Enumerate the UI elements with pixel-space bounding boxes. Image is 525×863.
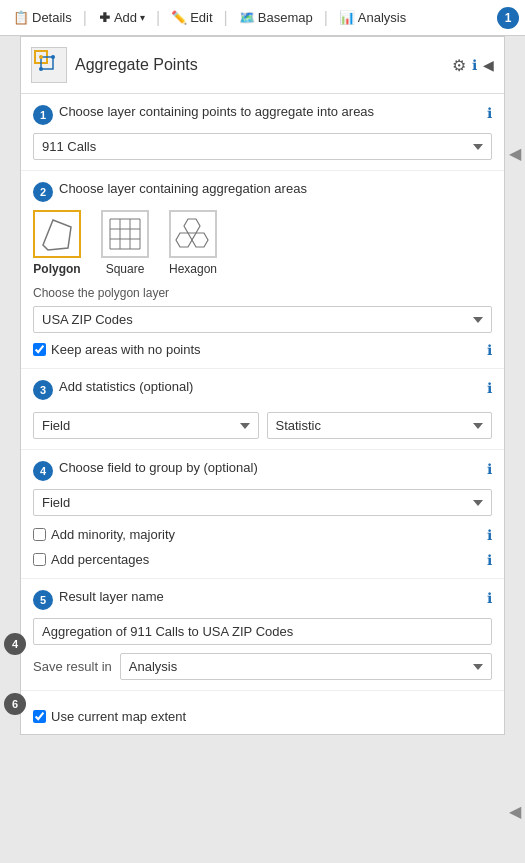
keep-areas-checkbox[interactable] (33, 343, 46, 356)
minority-checkbox[interactable] (33, 528, 46, 541)
gear-icon[interactable]: ⚙ (452, 56, 466, 75)
edit-label: Edit (190, 10, 212, 25)
step3-dropdowns: Field Statistic (33, 408, 492, 439)
step6-section: Use current map extent (21, 691, 504, 734)
sep-3: | (224, 9, 228, 27)
step3-info-icon[interactable]: ℹ (487, 380, 492, 396)
svg-marker-16 (192, 233, 208, 247)
toolbar-add[interactable]: 🞤 Add ▾ (91, 7, 152, 28)
square-icon-box (101, 210, 149, 258)
step4-badge: 4 (33, 461, 53, 481)
aggregate-points-panel: Aggregate Points ⚙ ℹ ◀ 1 Choose layer co… (20, 36, 505, 735)
toolbar-analysis[interactable]: 📊 Analysis (332, 7, 413, 28)
area-type-polygon[interactable]: Polygon (33, 210, 81, 276)
add-label: Add (114, 10, 137, 25)
step1-badge: 1 (33, 105, 53, 125)
hexagon-icon-box (169, 210, 217, 258)
minority-label: Add minority, majority (51, 527, 175, 542)
toolbar: 📋 Details | 🞤 Add ▾ | ✏️ Edit | 🗺️ Basem… (0, 0, 525, 36)
square-label: Square (106, 262, 145, 276)
hexagon-label: Hexagon (169, 262, 217, 276)
save-row: Save result in Analysis (33, 653, 492, 680)
result-name-input[interactable] (33, 618, 492, 645)
add-icon: 🞤 (98, 10, 111, 25)
step5-badge: 5 (33, 590, 53, 610)
step2-polygon-dropdown-wrap: USA ZIP Codes (33, 306, 492, 333)
area-type-hexagon[interactable]: Hexagon (169, 210, 217, 276)
sep-2: | (156, 9, 160, 27)
svg-marker-14 (184, 219, 200, 233)
analysis-icon: 📊 (339, 10, 355, 25)
step1-dropdown-wrap: 911 Calls (33, 133, 492, 160)
step2-label-row: 2 Choose layer containing aggregation ar… (33, 181, 492, 202)
save-in-label: Save result in (33, 659, 112, 674)
step1-section: 1 Choose layer containing points to aggr… (21, 94, 504, 171)
toolbar-details[interactable]: 📋 Details (6, 7, 79, 28)
step2-section: 2 Choose layer containing aggregation ar… (21, 171, 504, 369)
use-extent-label: Use current map extent (51, 709, 186, 724)
polygon-icon-box (33, 210, 81, 258)
step2-polygon-dropdown[interactable]: USA ZIP Codes (33, 306, 492, 333)
step5-section: 5 Result layer name ℹ Save result in Ana… (21, 579, 504, 691)
edit-icon: ✏️ (171, 10, 187, 25)
svg-point-2 (39, 55, 43, 59)
step3-field-dropdown[interactable]: Field (33, 412, 259, 439)
step4-title: Choose field to group by (optional) (59, 460, 481, 477)
save-in-dropdown-wrap: Analysis (120, 653, 492, 680)
percentages-info-icon[interactable]: ℹ (487, 552, 492, 568)
step3-title: Add statistics (optional) (59, 379, 481, 396)
percentages-checkbox[interactable] (33, 553, 46, 566)
step3-field-wrap: Field (33, 412, 259, 439)
outer-badge-4: 4 (4, 633, 26, 655)
percentages-label: Add percentages (51, 552, 149, 567)
basemap-label: Basemap (258, 10, 313, 25)
step1-label-row: 1 Choose layer containing points to aggr… (33, 104, 492, 125)
minority-info-icon[interactable]: ℹ (487, 527, 492, 543)
add-dropdown-icon: ▾ (140, 12, 145, 23)
details-label: Details (32, 10, 72, 25)
panel-header-actions: ⚙ ℹ ◀ (452, 56, 494, 75)
step4-section: 4 Choose field to group by (optional) ℹ … (21, 450, 504, 579)
panel-title: Aggregate Points (75, 56, 444, 74)
keep-areas-row: Keep areas with no points ℹ (33, 341, 492, 358)
step5-title: Result layer name (59, 589, 481, 606)
area-type-square[interactable]: Square (101, 210, 149, 276)
info-icon-header[interactable]: ℹ (472, 57, 477, 73)
step3-badge: 3 (33, 380, 53, 400)
area-type-group: Polygon (33, 210, 492, 276)
use-extent-checkbox[interactable] (33, 710, 46, 723)
sep-1: | (83, 9, 87, 27)
analysis-label: Analysis (358, 10, 406, 25)
svg-marker-15 (176, 233, 192, 247)
panel-header: Aggregate Points ⚙ ℹ ◀ (21, 37, 504, 94)
step5-info-icon[interactable]: ℹ (487, 590, 492, 606)
details-icon: 📋 (13, 10, 29, 25)
choose-polygon-prompt: Choose the polygon layer (33, 286, 492, 300)
step3-statistic-dropdown[interactable]: Statistic (267, 412, 493, 439)
keep-areas-info-icon[interactable]: ℹ (487, 342, 492, 358)
back-icon[interactable]: ◀ (483, 57, 494, 73)
step2-badge: 2 (33, 182, 53, 202)
svg-point-4 (39, 67, 43, 71)
use-extent-row: Use current map extent (33, 709, 492, 724)
arrow-annotation-1: ◀ (509, 144, 521, 163)
toolbar-edit[interactable]: ✏️ Edit (164, 7, 219, 28)
step3-statistic-wrap: Statistic (267, 412, 493, 439)
step4-field-dropdown[interactable]: Field (33, 489, 492, 516)
outer-badge-6: 6 (4, 693, 26, 715)
step1-layer-dropdown[interactable]: 911 Calls (33, 133, 492, 160)
step3-section: 3 Add statistics (optional) ℹ Field Stat… (21, 369, 504, 450)
panel-tool-icon (31, 47, 67, 83)
percentages-row: Add percentages ℹ (33, 551, 492, 568)
step3-label-row: 3 Add statistics (optional) ℹ (33, 379, 492, 400)
step4-info-icon[interactable]: ℹ (487, 461, 492, 477)
basemap-icon: 🗺️ (239, 10, 255, 25)
save-in-dropdown[interactable]: Analysis (120, 653, 492, 680)
step4-label-row: 4 Choose field to group by (optional) ℹ (33, 460, 492, 481)
step1-title: Choose layer containing points to aggreg… (59, 104, 481, 121)
toolbar-circle-badge[interactable]: 1 (497, 7, 519, 29)
step1-info-icon[interactable]: ℹ (487, 105, 492, 121)
step4-field-wrap: Field (33, 489, 492, 516)
toolbar-basemap[interactable]: 🗺️ Basemap (232, 7, 320, 28)
sep-4: | (324, 9, 328, 27)
